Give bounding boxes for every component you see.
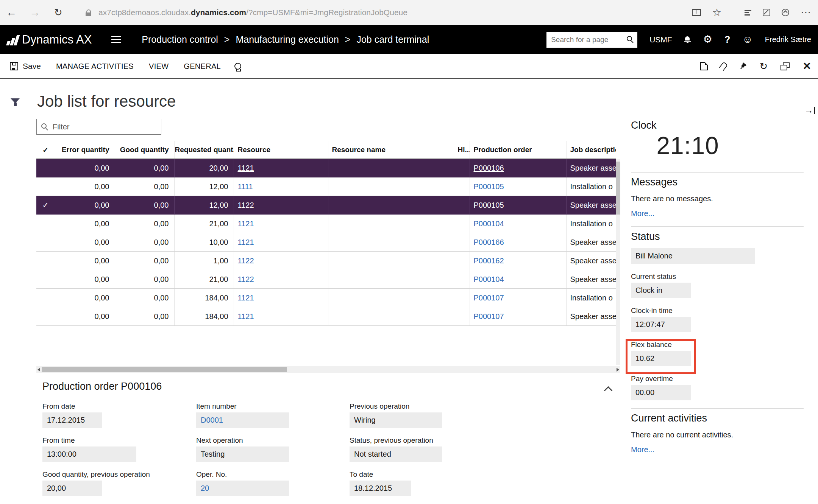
notifications-bell-icon[interactable]: [684, 36, 691, 43]
filter-field[interactable]: [36, 119, 161, 135]
breadcrumb-item-manufacturing-execution[interactable]: Manufacturing execution: [236, 34, 356, 45]
filter-input[interactable]: [37, 119, 161, 134]
check-column-header[interactable]: ✓: [36, 141, 55, 159]
collapse-section-chevron-icon[interactable]: [604, 386, 613, 395]
production-order-link[interactable]: P000166: [474, 238, 504, 246]
cell-good-quantity[interactable]: 0,00: [115, 252, 174, 270]
cell-error-quantity[interactable]: 0,00: [55, 307, 115, 326]
cell-good-quantity[interactable]: 0,00: [115, 270, 174, 289]
resource-link[interactable]: 1122: [238, 257, 254, 265]
resource-link[interactable]: 1121: [238, 238, 254, 246]
messages-more-link[interactable]: More...: [631, 209, 654, 218]
cell-resource-name[interactable]: [328, 289, 457, 307]
field-value-box[interactable]: D0001: [196, 412, 289, 428]
resource-link[interactable]: 1121: [238, 164, 254, 172]
cell-error-quantity[interactable]: 0,00: [55, 252, 115, 270]
favorites-star-icon[interactable]: ☆: [712, 6, 721, 19]
cell-hi[interactable]: [457, 215, 470, 233]
field-value-box[interactable]: 20: [196, 481, 289, 496]
cell-resource-name[interactable]: [328, 177, 457, 196]
production-order-link[interactable]: P000107: [474, 312, 504, 320]
settings-gear-icon[interactable]: ⚙: [703, 34, 712, 45]
cell-error-quantity[interactable]: 0,00: [55, 289, 115, 307]
cell-resource-name[interactable]: [328, 270, 457, 289]
row-check[interactable]: [36, 289, 55, 307]
table-row[interactable]: 0,00 0,00 20,00 1121 P000106 Speaker ass…: [36, 159, 616, 177]
field-value-box[interactable]: Not started: [350, 446, 442, 462]
cell-requested-quantity[interactable]: 21,00: [174, 215, 234, 233]
field-value-box[interactable]: Wiring: [350, 412, 442, 428]
cell-job-description[interactable]: Speaker asse: [566, 233, 616, 252]
cell-hi[interactable]: [457, 196, 470, 215]
cell-good-quantity[interactable]: 0,00: [115, 159, 174, 177]
resource-link[interactable]: 1111: [238, 182, 253, 191]
column-header-good-quantity[interactable]: Good quantity: [115, 141, 174, 159]
cell-resource-name[interactable]: [328, 215, 457, 233]
table-row[interactable]: 0,00 0,00 184,00 1121 P000107 Speaker as…: [36, 307, 616, 326]
open-in-new-window-icon[interactable]: [781, 62, 790, 70]
field-value-link[interactable]: D0001: [201, 416, 223, 425]
menu-view[interactable]: VIEW: [149, 62, 169, 71]
cell-good-quantity[interactable]: 0,00: [115, 307, 174, 326]
resource-link[interactable]: 1122: [238, 201, 254, 209]
cell-requested-quantity[interactable]: 21,00: [174, 270, 234, 289]
refresh-icon[interactable]: ↻: [760, 61, 768, 71]
horizontal-scrollbar[interactable]: [36, 366, 620, 373]
cell-error-quantity[interactable]: 0,00: [55, 196, 115, 215]
cell-resource-name[interactable]: [328, 196, 457, 215]
ideas-lightbulb-icon[interactable]: [234, 63, 241, 70]
horizontal-scrollbar-thumb[interactable]: [42, 367, 287, 372]
cell-hi[interactable]: [457, 270, 470, 289]
cell-job-description[interactable]: Speaker asse: [566, 252, 616, 270]
vertical-scrollbar[interactable]: [616, 159, 620, 365]
filter-funnel-icon[interactable]: [11, 98, 20, 106]
field-value-box[interactable]: Clock in: [631, 283, 691, 298]
feedback-smiley-icon[interactable]: ☺: [742, 34, 753, 45]
resource-link[interactable]: 1121: [238, 294, 254, 302]
field-value-box[interactable]: Bill Malone: [631, 248, 755, 264]
cell-job-description[interactable]: Speaker asse: [566, 307, 616, 326]
cell-requested-quantity[interactable]: 20,00: [174, 159, 234, 177]
cell-requested-quantity[interactable]: 10,00: [174, 233, 234, 252]
production-order-link[interactable]: P000104: [474, 275, 504, 283]
cell-requested-quantity[interactable]: 12,00: [174, 196, 234, 215]
hamburger-menu-icon[interactable]: [111, 34, 121, 45]
cell-error-quantity[interactable]: 0,00: [55, 270, 115, 289]
cell-good-quantity[interactable]: 0,00: [115, 215, 174, 233]
field-value-box[interactable]: Testing: [196, 446, 289, 462]
cell-job-description[interactable]: Speaker asse: [566, 159, 616, 177]
activities-more-link[interactable]: More...: [631, 445, 654, 454]
browser-back-icon[interactable]: ←: [4, 6, 19, 19]
menu-general[interactable]: GENERAL: [184, 62, 221, 71]
address-bar[interactable]: ax7ctp8demoaos.cloudax.dynamics.com/?cmp…: [98, 8, 407, 17]
scroll-right-arrow-icon[interactable]: [617, 368, 619, 372]
help-icon[interactable]: ?: [724, 34, 730, 45]
column-header-hi[interactable]: Hi...: [457, 141, 470, 159]
cell-hi[interactable]: [457, 252, 470, 270]
column-header-error-quantity[interactable]: Error quantity: [55, 141, 115, 159]
cell-error-quantity[interactable]: 0,00: [55, 215, 115, 233]
table-row[interactable]: 0,00 0,00 1,00 1122 P000162 Speaker asse: [36, 252, 616, 270]
production-order-link[interactable]: P000105: [474, 182, 504, 191]
resource-link[interactable]: 1122: [238, 275, 254, 283]
cell-hi[interactable]: [457, 289, 470, 307]
column-header-resource[interactable]: Resource: [234, 141, 328, 159]
cell-hi[interactable]: [457, 233, 470, 252]
field-value-box[interactable]: 20,00: [42, 481, 102, 496]
table-row[interactable]: ✓ 0,00 0,00 12,00 1122 P000105 Speaker a…: [36, 196, 616, 215]
reading-view-icon[interactable]: [692, 9, 701, 16]
cell-job-description[interactable]: Installation o: [566, 215, 616, 233]
column-header-production-order[interactable]: Production order: [470, 141, 566, 159]
field-value-box[interactable]: 18.12.2015: [350, 481, 411, 496]
company-selector[interactable]: USMF: [649, 35, 672, 44]
cell-good-quantity[interactable]: 0,00: [115, 289, 174, 307]
row-check[interactable]: [36, 159, 55, 177]
cell-resource-name[interactable]: [328, 252, 457, 270]
attach-paperclip-icon[interactable]: [719, 62, 728, 71]
user-menu[interactable]: Fredrik Sætre: [765, 35, 811, 44]
cell-job-description[interactable]: Speaker asse: [566, 196, 616, 215]
table-row[interactable]: 0,00 0,00 184,00 1121 P000107 Installati…: [36, 289, 616, 307]
production-order-link[interactable]: P000105: [474, 201, 504, 209]
cell-error-quantity[interactable]: 0,00: [55, 233, 115, 252]
save-button[interactable]: Save: [10, 62, 41, 71]
